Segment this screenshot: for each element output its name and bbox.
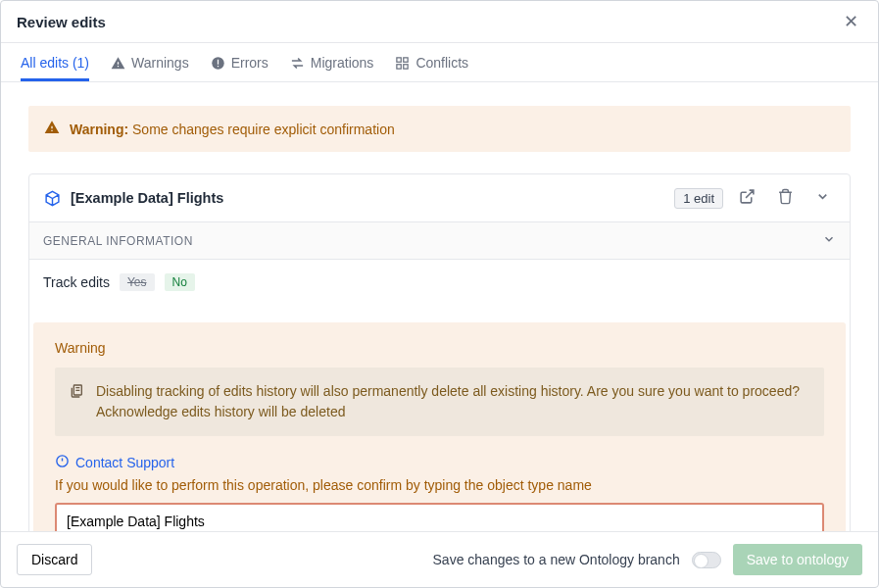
footer-right: Save changes to a new Ontology branch Sa… — [433, 544, 862, 575]
svg-rect-2 — [218, 66, 219, 67]
svg-rect-4 — [404, 57, 408, 61]
tab-conflicts[interactable]: Conflicts — [395, 43, 468, 81]
confirm-input[interactable] — [55, 503, 824, 531]
tab-errors[interactable]: Errors — [211, 43, 269, 81]
svg-rect-5 — [397, 64, 401, 68]
chevron-down-icon — [815, 189, 830, 207]
object-card: [Example Data] Flights 1 edit — [28, 173, 851, 531]
tab-warnings[interactable]: Warnings — [111, 43, 189, 81]
warning-triangle-icon — [111, 56, 125, 71]
discard-button[interactable]: Discard — [17, 544, 92, 575]
track-edits-row: Track edits Yes No — [43, 273, 836, 295]
inner-warning-container: Warning Disabling tracking of edits hist… — [33, 322, 846, 531]
tab-warnings-label: Warnings — [131, 55, 189, 71]
warning-message-text: Disabling tracking of edits history will… — [96, 381, 800, 422]
warning-triangle-icon — [44, 120, 60, 138]
warning-line-2: Acknowledge edits history will be delete… — [96, 402, 800, 422]
warning-banner-prefix: Warning: — [70, 122, 128, 137]
modal-header: Review edits ✕ — [1, 1, 878, 43]
delete-button[interactable] — [771, 184, 800, 212]
open-external-button[interactable] — [733, 184, 761, 212]
tab-all-edits[interactable]: All edits (1) — [21, 43, 89, 81]
support-icon — [55, 454, 70, 471]
branch-toggle[interactable] — [692, 552, 721, 568]
object-card-header: [Example Data] Flights 1 edit — [29, 174, 850, 221]
trash-icon — [777, 188, 794, 208]
object-title: [Example Data] Flights — [71, 190, 664, 206]
external-link-icon — [739, 188, 756, 208]
save-button[interactable]: Save to ontology — [733, 544, 862, 575]
warning-message: Disabling tracking of edits history will… — [55, 368, 824, 436]
modal-title: Review edits — [17, 14, 106, 30]
content-area: Warning: Some changes require explicit c… — [1, 82, 878, 531]
migrations-icon — [290, 56, 305, 71]
review-edits-modal: Review edits ✕ All edits (1) Warnings Er… — [0, 0, 879, 588]
svg-rect-6 — [404, 64, 408, 68]
confirm-instruction: If you would like to perform this operat… — [55, 477, 824, 493]
error-circle-icon — [211, 56, 225, 71]
tab-migrations-label: Migrations — [311, 55, 374, 71]
tab-errors-label: Errors — [231, 55, 269, 71]
svg-rect-1 — [218, 59, 219, 64]
tab-migrations[interactable]: Migrations — [290, 43, 374, 81]
track-edits-label: Track edits — [43, 274, 110, 290]
track-option-yes[interactable]: Yes — [120, 273, 155, 291]
warning-banner-text: Warning: Some changes require explicit c… — [70, 122, 395, 137]
svg-rect-3 — [397, 57, 401, 61]
section-header[interactable]: GENERAL INFORMATION — [29, 221, 850, 259]
warning-line-1: Disabling tracking of edits history will… — [96, 381, 800, 402]
warning-banner-msg: Some changes require explicit confirmati… — [128, 122, 395, 137]
close-button[interactable]: ✕ — [840, 11, 862, 32]
tabs: All edits (1) Warnings Errors Migrations… — [1, 43, 878, 82]
close-icon: ✕ — [844, 12, 858, 31]
conflicts-icon — [395, 56, 410, 71]
document-icon — [69, 383, 84, 422]
cube-icon — [43, 189, 61, 207]
warning-box: Warning Disabling tracking of edits hist… — [33, 322, 846, 531]
contact-support-label: Contact Support — [75, 455, 174, 470]
warning-box-title: Warning — [55, 340, 824, 356]
expand-button[interactable] — [809, 185, 836, 211]
track-option-no[interactable]: No — [165, 273, 195, 291]
tab-all-edits-label: All edits (1) — [21, 55, 89, 71]
chevron-down-icon — [822, 232, 836, 249]
section-label: GENERAL INFORMATION — [43, 234, 193, 248]
modal-footer: Discard Save changes to a new Ontology b… — [1, 531, 878, 587]
edit-count-badge: 1 edit — [674, 188, 723, 209]
branch-toggle-label: Save changes to a new Ontology branch — [433, 552, 680, 567]
contact-support-link[interactable]: Contact Support — [55, 454, 824, 471]
warning-banner: Warning: Some changes require explicit c… — [28, 106, 851, 152]
tab-conflicts-label: Conflicts — [415, 55, 468, 71]
section-body: Track edits Yes No — [29, 259, 850, 309]
